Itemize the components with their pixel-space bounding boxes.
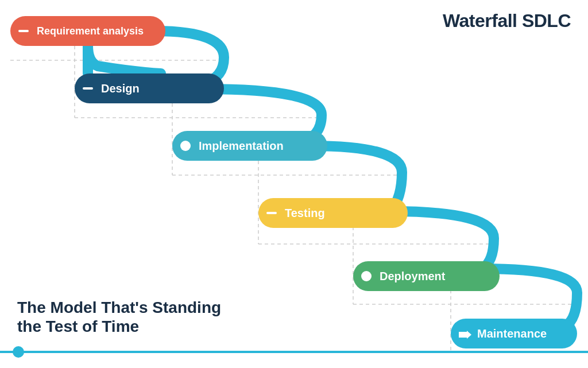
deployment-label: Deployment bbox=[380, 270, 445, 283]
deployment-dot-icon bbox=[361, 271, 372, 281]
testing-label: Testing bbox=[285, 207, 325, 220]
implementation-dot-icon bbox=[180, 141, 191, 151]
step-deployment: Deployment bbox=[353, 261, 500, 291]
testing-dash-icon bbox=[266, 212, 277, 214]
main-title: Waterfall SDLC bbox=[443, 10, 571, 32]
maintenance-arrow-icon bbox=[459, 328, 471, 339]
bottom-dot bbox=[13, 346, 24, 358]
step-requirement: Requirement analysis bbox=[10, 16, 165, 46]
maintenance-label: Maintenance bbox=[477, 327, 547, 340]
subtitle: The Model That's Standing the Test of Ti… bbox=[17, 298, 221, 336]
bottom-line bbox=[0, 351, 588, 353]
design-label: Design bbox=[101, 82, 140, 95]
design-dash-icon bbox=[83, 87, 93, 90]
requirement-label: Requirement analysis bbox=[37, 25, 144, 37]
requirement-dash-icon bbox=[18, 30, 29, 32]
step-implementation: Implementation bbox=[172, 131, 327, 161]
step-design: Design bbox=[75, 73, 224, 103]
step-testing: Testing bbox=[258, 198, 408, 228]
svg-marker-10 bbox=[459, 331, 471, 339]
implementation-label: Implementation bbox=[199, 140, 284, 153]
step-maintenance: Maintenance bbox=[451, 319, 577, 348]
